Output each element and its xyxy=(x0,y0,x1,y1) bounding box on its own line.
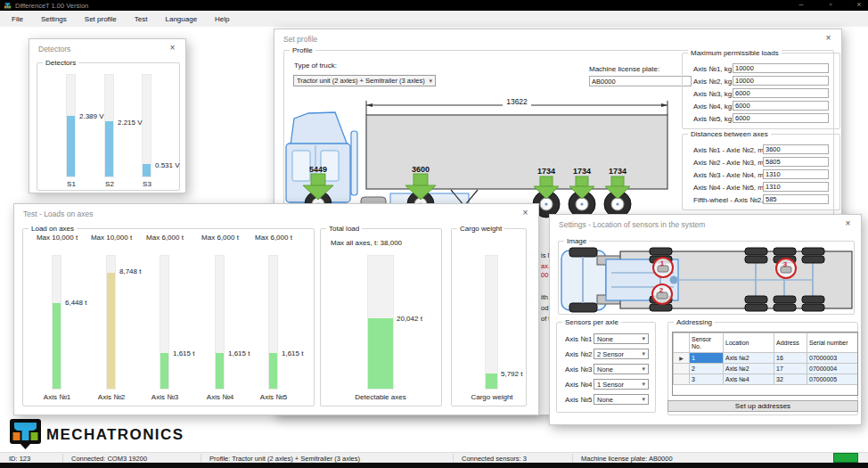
detector-axis-s2: S2 xyxy=(105,180,114,188)
table-row[interactable]: 2 Axis №2 17 07000004 xyxy=(674,364,858,374)
maximize-icon[interactable]: ▫ xyxy=(823,0,839,11)
minimize-icon[interactable]: – xyxy=(793,0,809,11)
cell-serial[interactable]: 07000004 xyxy=(807,364,858,374)
settings-window-title: Settings - Location of sensors in the sy… xyxy=(559,220,705,229)
set-up-addresses-button[interactable]: Set up addresses xyxy=(667,400,858,412)
max-load-input-4[interactable] xyxy=(733,101,829,111)
max-load-label-3: Axis №3, kg: xyxy=(693,90,733,98)
spa-select-1[interactable]: None▾ xyxy=(594,333,649,344)
sensor-number-2: 2 xyxy=(659,286,664,294)
spa-value-4: 1 Sensor xyxy=(597,381,640,389)
chevron-down-icon: ▾ xyxy=(642,350,645,357)
spa-select-5[interactable]: None▾ xyxy=(594,394,649,405)
settings-sensors-window: Settings - Location of sensors in the sy… xyxy=(549,214,862,425)
max-load-input-1[interactable] xyxy=(733,63,829,73)
spa-select-3[interactable]: None▾ xyxy=(594,364,649,374)
sensor-marker-1[interactable]: 1 xyxy=(653,258,673,277)
axle-name-4: Axis №4 xyxy=(207,393,233,401)
detectors-group-label: Detectors xyxy=(43,59,78,67)
col-serial: Serial number xyxy=(807,333,858,353)
cell-location[interactable]: Axis №2 xyxy=(724,364,774,374)
axle-max-label-4: Max 6,000 t xyxy=(201,234,239,242)
axle-load-bar-1 xyxy=(52,255,61,390)
sensor-marker-3[interactable]: 3 xyxy=(776,259,796,278)
max-loads-group-label: Maximum permissible loads xyxy=(688,49,782,57)
chevron-down-icon: ▾ xyxy=(642,365,645,373)
distance-label-2: Axis №2 - Axle №3, mm: xyxy=(693,159,772,167)
spa-select-2[interactable]: 2 Sensor▾ xyxy=(594,349,649,359)
license-plate-input[interactable] xyxy=(589,76,692,86)
max-load-label-4: Axis №4, kg: xyxy=(693,103,733,111)
distance-label-3: Axis №3 - Axle №4, mm: xyxy=(693,171,772,179)
axle-name-5: Axis №5 xyxy=(260,393,287,401)
connection-indicator xyxy=(833,453,858,463)
distance-input-1[interactable] xyxy=(763,144,829,154)
detectors-window: Detectors × Detectors 2.389 V 2.215 V 0.… xyxy=(29,38,186,193)
total-load-axis-label: Detectable axes xyxy=(355,393,405,401)
cell-location[interactable]: Axis №4 xyxy=(724,374,774,385)
status-connection: Connected: COM3 19200 xyxy=(71,455,147,463)
status-sensors: Connected sensors: 3 xyxy=(462,455,527,463)
cargo-weight-axis-label: Cargo weight xyxy=(471,393,512,401)
settings-close-icon[interactable]: × xyxy=(843,218,853,228)
type-of-truck-select[interactable]: Tractor unit (2 axles) + Semitrailer (3 … xyxy=(293,75,436,86)
total-load-bar xyxy=(367,255,394,390)
addressing-table[interactable]: Sensor No. Location Address Serial numbe… xyxy=(672,332,858,396)
max-load-input-5[interactable] xyxy=(733,113,829,123)
cell-address[interactable]: 17 xyxy=(774,364,807,374)
cell-sensor-no[interactable]: 1 xyxy=(690,353,724,364)
axle-load-bar-2 xyxy=(106,255,116,390)
menu-bar: File Settings Set profile Test Language … xyxy=(0,11,868,27)
axle-load-label-1: 5449 xyxy=(309,165,327,174)
spa-axis-label-5: Axis №5 xyxy=(565,396,592,404)
detector-value-s1: 2.389 V xyxy=(79,112,104,120)
cell-serial[interactable]: 07000005 xyxy=(807,374,858,385)
detector-bar-s3 xyxy=(142,74,151,177)
detector-axis-s3: S3 xyxy=(143,180,151,188)
cell-address[interactable]: 32 xyxy=(774,374,807,385)
chevron-down-icon: ▾ xyxy=(429,78,432,85)
max-load-label-1: Axis №1, kg: xyxy=(693,65,733,73)
max-load-label-2: Axis №2, kg: xyxy=(693,78,733,86)
cell-sensor-no[interactable]: 3 xyxy=(690,374,724,385)
cell-serial[interactable]: 07000003 xyxy=(807,353,858,364)
detectors-close-icon[interactable]: × xyxy=(168,43,177,53)
status-profile: Profile: Tractor unit (2 axles) + Semitr… xyxy=(209,455,360,463)
close-icon[interactable]: × xyxy=(851,0,867,11)
cargo-weight-bar xyxy=(485,255,498,390)
menu-set-profile[interactable]: Set profile xyxy=(82,13,119,25)
table-row[interactable]: ▶ 1 Axis №2 16 07000003 xyxy=(674,353,858,364)
spa-value-3: None xyxy=(597,365,640,374)
table-row[interactable]: 3 Axis №4 32 07000005 xyxy=(674,374,858,385)
detector-bar-s1 xyxy=(66,74,76,177)
col-location: Location xyxy=(724,333,774,353)
distance-input-5[interactable] xyxy=(763,194,829,204)
menu-settings[interactable]: Settings xyxy=(38,13,70,25)
col-row-selector xyxy=(674,333,690,353)
cell-address[interactable]: 16 xyxy=(774,353,807,364)
menu-help[interactable]: Help xyxy=(212,13,232,25)
test-close-icon[interactable]: × xyxy=(520,208,530,218)
spa-axis-label-2: Axis №2 xyxy=(565,350,592,358)
set-profile-close-icon[interactable]: × xyxy=(823,33,833,43)
axle-load-label-4: 1734 xyxy=(573,167,591,176)
cell-sensor-no[interactable]: 2 xyxy=(690,364,724,374)
cell-location[interactable]: Axis №2 xyxy=(724,353,774,364)
distance-input-4[interactable] xyxy=(763,182,829,192)
menu-test[interactable]: Test xyxy=(132,13,151,25)
sensor-number-3: 3 xyxy=(783,260,788,268)
axle-load-bar-4 xyxy=(215,255,225,390)
max-load-input-3[interactable] xyxy=(733,88,829,98)
menu-file[interactable]: File xyxy=(9,13,26,25)
profile-group-label: Profile xyxy=(290,46,315,54)
chevron-down-icon: ▾ xyxy=(642,381,645,388)
max-load-input-2[interactable] xyxy=(733,76,829,86)
spa-select-4[interactable]: 1 Sensor▾ xyxy=(594,379,649,390)
detector-value-s2: 2.215 V xyxy=(118,119,143,127)
distance-input-2[interactable] xyxy=(763,157,829,167)
bottom-edge-bar xyxy=(0,463,868,468)
sensor-marker-2[interactable]: 2 xyxy=(652,284,672,304)
distance-input-3[interactable] xyxy=(763,169,829,179)
detector-axis-s1: S1 xyxy=(67,180,76,188)
menu-language[interactable]: Language xyxy=(163,13,201,25)
